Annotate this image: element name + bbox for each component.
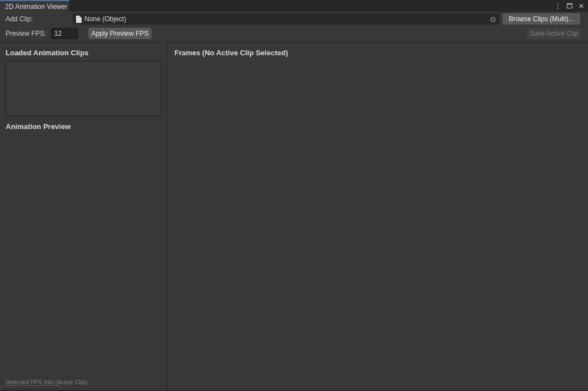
browse-clips-button[interactable]: Browse Clips (Multi)... [502,13,580,25]
animation-viewer-window: 2D Animation Viewer ⋮ ✕ Add Clip: None (… [0,0,588,391]
left-panel: Loaded Animation Clips Animation Preview… [0,42,167,391]
object-file-icon [75,16,82,23]
preview-fps-input[interactable] [51,28,78,39]
window-controls: ⋮ ✕ [554,0,585,12]
loaded-clips-heading: Loaded Animation Clips [6,49,88,57]
preview-fps-label: Preview FPS: [6,28,46,39]
apply-preview-fps-button[interactable]: Apply Preview FPS [88,28,151,39]
close-icon[interactable]: ✕ [577,1,585,11]
animation-preview-heading: Animation Preview [6,122,70,131]
add-clip-object-field[interactable]: None (Object) ⊙ [73,13,499,25]
loaded-clips-list[interactable] [6,61,162,116]
toolbar: Add Clip: None (Object) ⊙ Browse Clips (… [0,12,588,42]
frames-heading: Frames (No Active Clip Selected) [174,49,288,57]
object-picker-icon[interactable]: ⊙ [487,13,499,25]
frames-panel: Frames (No Active Clip Selected) [168,42,588,391]
maximize-icon[interactable] [566,1,573,11]
title-bar: 2D Animation Viewer ⋮ ✕ [0,0,588,12]
tab-title: 2D Animation Viewer [5,3,67,11]
add-clip-label: Add Clip: [6,13,33,25]
detected-fps-info-label: Detected FPS Info (Active Clip): [6,379,88,385]
tab-2d-animation-viewer[interactable]: 2D Animation Viewer [0,0,69,12]
save-active-clip-button[interactable]: Save Active Clip [527,28,581,39]
object-field-value: None (Object) [84,15,487,23]
window-menu-icon[interactable]: ⋮ [554,1,562,11]
